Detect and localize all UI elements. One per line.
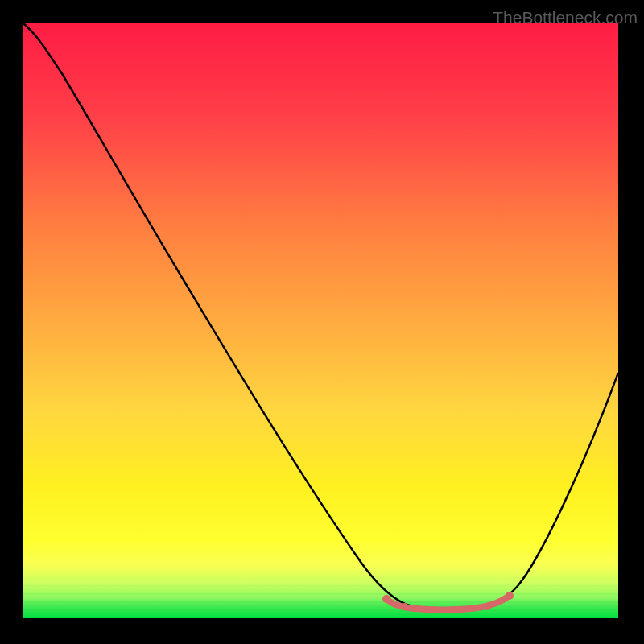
chart-background	[23, 23, 618, 618]
chart-container	[23, 23, 618, 618]
svg-rect-0	[23, 23, 618, 618]
watermark-text: TheBottleneck.com	[493, 8, 638, 27]
